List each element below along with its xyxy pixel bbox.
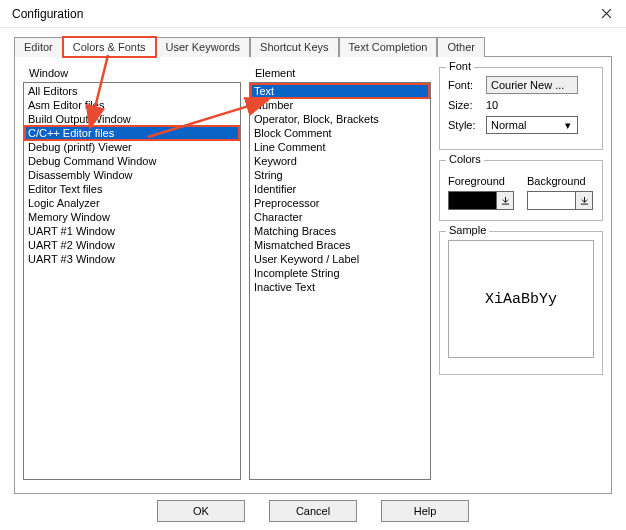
- element-list-item[interactable]: User Keyword / Label: [251, 252, 429, 266]
- window-list-item[interactable]: UART #1 Window: [25, 224, 239, 238]
- window-list-item[interactable]: Build Output Window: [25, 112, 239, 126]
- font-group: Font Font: Courier New ... Size: 10 Styl…: [439, 67, 603, 150]
- tab-user-keywords[interactable]: User Keywords: [156, 37, 251, 57]
- close-icon: [601, 8, 612, 19]
- element-list-item[interactable]: Block Comment: [251, 126, 429, 140]
- ok-button[interactable]: OK: [157, 500, 245, 522]
- element-listbox[interactable]: TextNumberOperator, Block, BracketsBlock…: [249, 82, 431, 480]
- window-list-item[interactable]: Logic Analyzer: [25, 196, 239, 210]
- element-list-item[interactable]: Number: [251, 98, 429, 112]
- window-list-item[interactable]: Editor Text files: [25, 182, 239, 196]
- chevron-down-icon: ▾: [561, 119, 575, 132]
- sample-preview: XiAaBbYy: [448, 240, 594, 358]
- tab-shortcut-keys[interactable]: Shortcut Keys: [250, 37, 338, 57]
- element-list-item[interactable]: String: [251, 168, 429, 182]
- tab-panel: Window All EditorsAsm Editor filesBuild …: [14, 56, 612, 494]
- foreground-color-picker[interactable]: [448, 191, 514, 210]
- dialog-footer: OK Cancel Help: [0, 500, 626, 522]
- colors-legend: Colors: [446, 153, 484, 165]
- element-list-item[interactable]: Character: [251, 210, 429, 224]
- size-value: 10: [486, 99, 594, 111]
- window-group-label: Window: [29, 67, 241, 79]
- sample-legend: Sample: [446, 224, 489, 236]
- element-list-item[interactable]: Operator, Block, Brackets: [251, 112, 429, 126]
- element-list-item[interactable]: Incomplete String: [251, 266, 429, 280]
- element-list-item[interactable]: Identifier: [251, 182, 429, 196]
- window-listbox[interactable]: All EditorsAsm Editor filesBuild Output …: [23, 82, 241, 480]
- style-label: Style:: [448, 119, 482, 131]
- close-button[interactable]: [594, 4, 618, 24]
- window-list-item[interactable]: UART #2 Window: [25, 238, 239, 252]
- window-list-item[interactable]: Asm Editor files: [25, 98, 239, 112]
- window-list-item[interactable]: All Editors: [25, 84, 239, 98]
- style-value: Normal: [491, 119, 526, 131]
- size-label: Size:: [448, 99, 482, 111]
- tab-text-completion[interactable]: Text Completion: [339, 37, 438, 57]
- colors-group: Colors Foreground Background: [439, 160, 603, 221]
- titlebar: Configuration: [0, 0, 626, 28]
- dropdown-icon: [576, 192, 592, 209]
- cancel-button[interactable]: Cancel: [269, 500, 357, 522]
- element-list-item[interactable]: Mismatched Braces: [251, 238, 429, 252]
- background-label: Background: [527, 175, 594, 187]
- tab-colors-fonts[interactable]: Colors & Fonts: [63, 37, 156, 57]
- element-list-item[interactable]: Line Comment: [251, 140, 429, 154]
- element-list-item[interactable]: Text: [251, 84, 429, 98]
- foreground-swatch: [449, 192, 497, 209]
- style-select[interactable]: Normal ▾: [486, 116, 578, 134]
- element-list-item[interactable]: Keyword: [251, 154, 429, 168]
- window-list-item[interactable]: Debug Command Window: [25, 154, 239, 168]
- sample-text: XiAaBbYy: [485, 291, 557, 308]
- foreground-label: Foreground: [448, 175, 515, 187]
- window-title: Configuration: [12, 7, 83, 21]
- window-list-item[interactable]: Memory Window: [25, 210, 239, 224]
- help-button[interactable]: Help: [381, 500, 469, 522]
- window-list-item[interactable]: Debug (printf) Viewer: [25, 140, 239, 154]
- tab-editor[interactable]: Editor: [14, 37, 63, 57]
- window-list-item[interactable]: C/C++ Editor files: [25, 126, 239, 140]
- font-picker-button[interactable]: Courier New ...: [486, 76, 578, 94]
- sample-group: Sample XiAaBbYy: [439, 231, 603, 375]
- background-swatch: [528, 192, 576, 209]
- dropdown-icon: [497, 192, 513, 209]
- element-list-item[interactable]: Preprocessor: [251, 196, 429, 210]
- font-label: Font:: [448, 79, 482, 91]
- tab-strip: Editor Colors & Fonts User Keywords Shor…: [14, 36, 626, 56]
- window-list-item[interactable]: Disassembly Window: [25, 168, 239, 182]
- background-color-picker[interactable]: [527, 191, 593, 210]
- element-list-item[interactable]: Matching Braces: [251, 224, 429, 238]
- window-list-item[interactable]: UART #3 Window: [25, 252, 239, 266]
- element-list-item[interactable]: Inactive Text: [251, 280, 429, 294]
- tab-other[interactable]: Other: [437, 37, 485, 57]
- font-legend: Font: [446, 60, 474, 72]
- element-group-label: Element: [255, 67, 431, 79]
